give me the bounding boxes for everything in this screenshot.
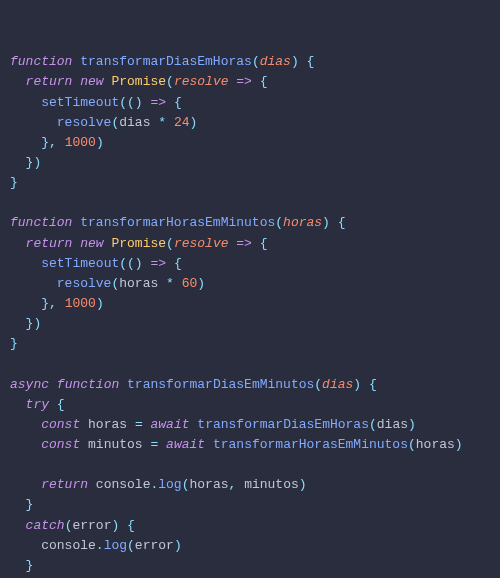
paren: ( bbox=[369, 417, 377, 432]
paren: ( bbox=[275, 215, 283, 230]
brace: } bbox=[41, 296, 49, 311]
param: dias bbox=[322, 377, 353, 392]
paren: ) bbox=[197, 276, 205, 291]
paren: ( bbox=[119, 95, 127, 110]
keyword: async bbox=[10, 377, 49, 392]
paren: ) bbox=[353, 377, 361, 392]
paren: ) bbox=[291, 54, 299, 69]
brace: } bbox=[10, 175, 18, 190]
arrow: => bbox=[236, 74, 252, 89]
brace: } bbox=[10, 336, 18, 351]
operator: = bbox=[150, 437, 158, 452]
paren: ) bbox=[408, 417, 416, 432]
brace: { bbox=[174, 256, 182, 271]
paren: ( bbox=[166, 236, 174, 251]
brace: { bbox=[260, 236, 268, 251]
operator: * bbox=[166, 276, 174, 291]
arrow: => bbox=[150, 95, 166, 110]
paren: ) bbox=[135, 256, 143, 271]
paren: ) bbox=[455, 437, 463, 452]
operator: = bbox=[135, 417, 143, 432]
paren: ) bbox=[96, 296, 104, 311]
param: horas bbox=[283, 215, 322, 230]
comma: , bbox=[49, 296, 57, 311]
brace: { bbox=[369, 377, 377, 392]
variable: minutos bbox=[88, 437, 143, 452]
function-name: transformarDiasEmHoras bbox=[80, 54, 252, 69]
brace: { bbox=[260, 74, 268, 89]
brace: { bbox=[127, 518, 135, 533]
brace: } bbox=[26, 558, 34, 573]
brace: { bbox=[174, 95, 182, 110]
paren: ( bbox=[314, 377, 322, 392]
number: 1000 bbox=[65, 296, 96, 311]
keyword: function bbox=[10, 54, 72, 69]
paren: ) bbox=[190, 115, 198, 130]
keyword: return bbox=[26, 74, 73, 89]
method: log bbox=[158, 477, 181, 492]
variable: horas bbox=[119, 276, 158, 291]
keyword: try bbox=[26, 397, 49, 412]
number: 24 bbox=[174, 115, 190, 130]
paren: ) bbox=[96, 135, 104, 150]
function-call: resolve bbox=[57, 276, 112, 291]
variable: dias bbox=[377, 417, 408, 432]
param: dias bbox=[260, 54, 291, 69]
paren: ( bbox=[127, 95, 135, 110]
brace: } bbox=[41, 135, 49, 150]
keyword: await bbox=[151, 417, 190, 432]
dot: . bbox=[96, 538, 104, 553]
keyword: catch bbox=[26, 518, 65, 533]
function-call: transformarDiasEmHoras bbox=[197, 417, 369, 432]
paren: ) bbox=[299, 477, 307, 492]
keyword: new bbox=[80, 236, 103, 251]
method: log bbox=[104, 538, 127, 553]
paren: ( bbox=[127, 538, 135, 553]
variable: error bbox=[72, 518, 111, 533]
arrow: => bbox=[236, 236, 252, 251]
class-name: Promise bbox=[111, 236, 166, 251]
variable: horas bbox=[189, 477, 228, 492]
variable: minutos bbox=[244, 477, 299, 492]
keyword: return bbox=[41, 477, 88, 492]
keyword: const bbox=[41, 437, 80, 452]
paren: ) bbox=[135, 95, 143, 110]
operator: * bbox=[158, 115, 166, 130]
function-call: resolve bbox=[57, 115, 112, 130]
param: resolve bbox=[174, 74, 229, 89]
keyword: function bbox=[10, 215, 72, 230]
paren: ) bbox=[322, 215, 330, 230]
function-call: setTimeout bbox=[41, 95, 119, 110]
function-call: transformarHorasEmMinutos bbox=[213, 437, 408, 452]
function-name: transformarHorasEmMinutos bbox=[80, 215, 275, 230]
param: resolve bbox=[174, 236, 229, 251]
paren: ( bbox=[408, 437, 416, 452]
variable: error bbox=[135, 538, 174, 553]
brace: { bbox=[307, 54, 315, 69]
brace: { bbox=[57, 397, 65, 412]
object: console bbox=[41, 538, 96, 553]
keyword: new bbox=[80, 74, 103, 89]
function-name: transformarDiasEmMinutos bbox=[127, 377, 314, 392]
brace: } bbox=[26, 497, 34, 512]
keyword: await bbox=[166, 437, 205, 452]
keyword: const bbox=[41, 417, 80, 432]
comma: , bbox=[49, 135, 57, 150]
variable: horas bbox=[88, 417, 127, 432]
code-block: function transformarDiasEmHoras(dias) { … bbox=[10, 52, 490, 578]
paren: ) bbox=[174, 538, 182, 553]
number: 60 bbox=[182, 276, 198, 291]
paren: ( bbox=[252, 54, 260, 69]
keyword: function bbox=[57, 377, 119, 392]
paren: ) bbox=[111, 518, 119, 533]
function-call: setTimeout bbox=[41, 256, 119, 271]
number: 1000 bbox=[65, 135, 96, 150]
paren: ) bbox=[33, 155, 41, 170]
arrow: => bbox=[150, 256, 166, 271]
variable: dias bbox=[119, 115, 150, 130]
variable: horas bbox=[416, 437, 455, 452]
paren: ( bbox=[127, 256, 135, 271]
paren: ( bbox=[119, 256, 127, 271]
brace: { bbox=[338, 215, 346, 230]
paren: ) bbox=[33, 316, 41, 331]
